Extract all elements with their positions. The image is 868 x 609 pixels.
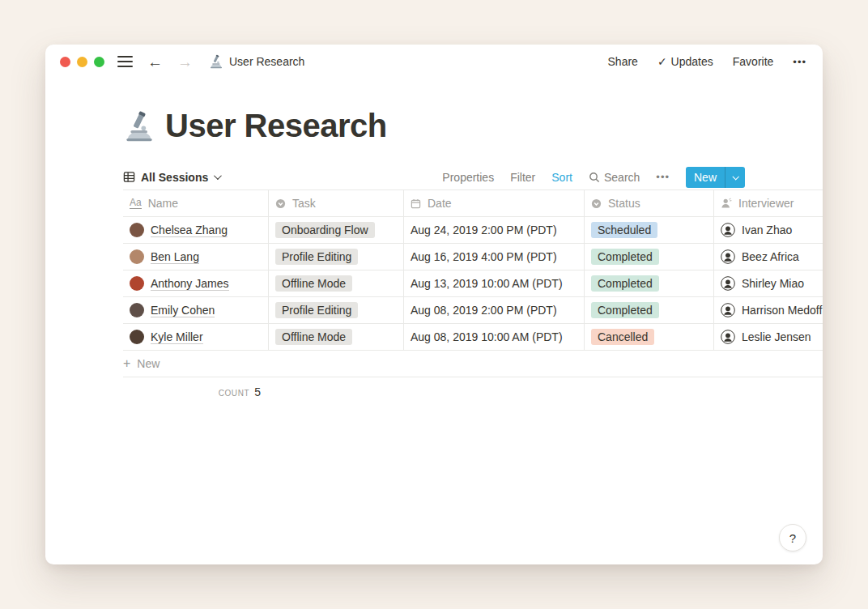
cell-status[interactable]: Cancelled (585, 324, 714, 350)
add-row-button[interactable]: + New (123, 351, 823, 377)
column-header-name[interactable]: Aa Name (123, 190, 269, 216)
close-window-button[interactable] (60, 57, 70, 67)
column-header-task[interactable]: Task (269, 190, 404, 216)
avatar (130, 330, 144, 344)
cell-interviewer[interactable]: Harrison Medoff (714, 297, 823, 323)
status-badge: Completed (591, 275, 659, 292)
microscope-icon (209, 54, 223, 69)
favorite-button[interactable]: Favorite (733, 55, 774, 68)
person-icon (721, 198, 732, 209)
text-type-icon: Aa (130, 198, 142, 209)
add-row-label: New (137, 357, 160, 370)
database-toolbar: All Sessions Properties Filter Sort Sear… (123, 164, 823, 190)
table-row: Emily Cohen Profile Editing Aug 08, 2019… (123, 297, 823, 324)
task-tag: Profile Editing (275, 249, 358, 266)
cell-name[interactable]: Chelsea Zhang (123, 217, 269, 243)
chevron-down-icon (732, 173, 738, 180)
table-row: Kyle Miller Offline Mode Aug 08, 2019 10… (123, 324, 823, 351)
column-header-date[interactable]: Date (404, 190, 585, 216)
task-tag: Offline Mode (275, 275, 352, 292)
column-header-status[interactable]: Status (585, 190, 714, 216)
status-badge: Scheduled (591, 222, 657, 239)
zoom-window-button[interactable] (94, 57, 104, 67)
help-button[interactable]: ? (779, 524, 806, 552)
avatar (721, 223, 735, 237)
updates-button[interactable]: ✓ Updates (657, 55, 713, 68)
search-label: Search (604, 171, 640, 184)
sidebar-toggle-icon[interactable] (117, 56, 133, 67)
new-button-label: New (686, 167, 725, 188)
avatar (130, 249, 144, 264)
view-switcher[interactable]: All Sessions (123, 171, 219, 184)
breadcrumb-label: User Research (229, 55, 304, 68)
status-badge: Cancelled (591, 329, 654, 346)
record-name-link[interactable]: Kyle Miller (151, 330, 203, 344)
cell-status[interactable]: Completed (585, 244, 714, 270)
cell-interviewer[interactable]: Beez Africa (714, 244, 823, 270)
cell-task[interactable]: Offline Mode (269, 324, 404, 350)
table-view-icon (123, 171, 135, 183)
filter-button[interactable]: Filter (510, 171, 535, 184)
task-tag: Onboarding Flow (275, 222, 375, 239)
view-name: All Sessions (141, 171, 208, 184)
chevron-down-icon (214, 172, 222, 180)
new-button-dropdown[interactable] (725, 167, 745, 188)
page-title-text: User Research (165, 108, 387, 144)
cell-name[interactable]: Anthony James (123, 270, 269, 296)
cell-date[interactable]: Aug 13, 2019 10:00 AM (PDT) (404, 270, 585, 296)
properties-button[interactable]: Properties (442, 171, 494, 184)
cell-status[interactable]: Completed (585, 297, 714, 323)
forward-button[interactable]: → (177, 54, 193, 70)
cell-date[interactable]: Aug 24, 2019 2:00 PM (PDT) (404, 217, 585, 243)
count-value: 5 (254, 385, 261, 398)
more-options-icon[interactable]: ••• (793, 56, 806, 68)
task-tag: Profile Editing (275, 302, 358, 319)
plus-icon: + (123, 357, 130, 370)
task-tag: Offline Mode (275, 329, 352, 346)
back-button[interactable]: ← (147, 54, 163, 70)
record-name-link[interactable]: Emily Cohen (151, 304, 215, 317)
minimize-window-button[interactable] (77, 57, 87, 67)
record-name-link[interactable]: Anthony James (151, 277, 229, 291)
check-icon: ✓ (657, 55, 667, 68)
page-title: User Research (123, 108, 823, 144)
new-record-button[interactable]: New (686, 167, 745, 188)
record-name-link[interactable]: Ben Lang (151, 250, 199, 264)
calendar-icon (411, 198, 421, 209)
table-row: Chelsea Zhang Onboarding Flow Aug 24, 20… (123, 217, 823, 244)
microscope-icon[interactable] (123, 110, 155, 143)
database-table: Aa Name Task (123, 190, 823, 399)
help-button-label: ? (789, 531, 796, 545)
cell-interviewer[interactable]: Ivan Zhao (714, 217, 823, 243)
avatar (721, 330, 735, 344)
cell-date[interactable]: Aug 08, 2019 10:00 AM (PDT) (404, 324, 585, 350)
cell-interviewer[interactable]: Leslie Jensen (714, 324, 823, 350)
cell-task[interactable]: Onboarding Flow (269, 217, 404, 243)
avatar (130, 223, 144, 237)
column-header-interviewer[interactable]: Interviewer (714, 190, 823, 216)
cell-name[interactable]: Ben Lang (123, 244, 269, 270)
table-header-row: Aa Name Task (123, 190, 823, 217)
window-controls (60, 57, 104, 67)
sort-button[interactable]: Sort (551, 171, 572, 184)
cell-date[interactable]: Aug 08, 2019 2:00 PM (PDT) (404, 297, 585, 323)
status-badge: Completed (591, 302, 659, 319)
select-type-icon (275, 198, 286, 209)
toolbar-more-icon[interactable]: ••• (656, 171, 670, 183)
cell-task[interactable]: Profile Editing (269, 244, 404, 270)
count-footer[interactable]: COUNT5 (123, 385, 269, 399)
record-name-link[interactable]: Chelsea Zhang (151, 224, 228, 237)
cell-interviewer[interactable]: Shirley Miao (714, 270, 823, 296)
cell-status[interactable]: Completed (585, 270, 714, 296)
avatar (130, 303, 144, 317)
cell-task[interactable]: Offline Mode (269, 270, 404, 296)
cell-status[interactable]: Scheduled (585, 217, 714, 243)
cell-name[interactable]: Kyle Miller (123, 324, 269, 350)
avatar (721, 303, 735, 317)
cell-task[interactable]: Profile Editing (269, 297, 404, 323)
search-button[interactable]: Search (589, 171, 640, 184)
share-button[interactable]: Share (608, 55, 638, 68)
cell-date[interactable]: Aug 16, 2019 4:00 PM (PDT) (404, 244, 585, 270)
cell-name[interactable]: Emily Cohen (123, 297, 269, 323)
breadcrumb[interactable]: User Research (209, 54, 304, 69)
